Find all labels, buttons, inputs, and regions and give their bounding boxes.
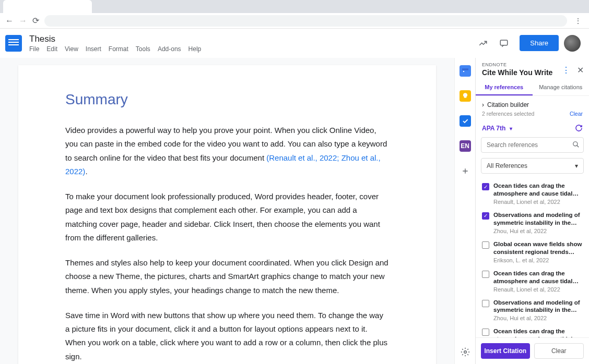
svg-rect-0 [501, 40, 508, 45]
svg-rect-3 [463, 71, 464, 72]
tasks-icon[interactable] [460, 115, 471, 127]
svg-rect-2 [462, 68, 468, 70]
paragraph: Themes and styles also help to keep your… [65, 256, 389, 297]
menu-file[interactable]: File [29, 45, 39, 53]
comment-icon[interactable] [497, 36, 511, 51]
reference-authors: Zhou, Hui et al, 2022 [493, 315, 583, 321]
menubar: FileEditViewInsertFormatToolsAdd-onsHelp [29, 45, 201, 53]
reference-list: ✓Ocean tides can drag the atmosphere and… [476, 177, 589, 337]
app-header: Thesis FileEditViewInsertFormatToolsAdd-… [0, 29, 589, 58]
clear-button[interactable]: Clear [534, 343, 584, 359]
menu-edit[interactable]: Edit [46, 45, 57, 53]
docs-logo-icon[interactable] [5, 35, 22, 52]
panel-tabs: My references Manage citations [476, 80, 589, 96]
reference-authors: Erikson, L. et al, 2022 [493, 257, 583, 263]
menu-insert[interactable]: Insert [86, 45, 101, 53]
add-addon-icon[interactable] [460, 165, 471, 177]
endnote-icon[interactable]: EN [460, 140, 471, 152]
keep-icon[interactable] [460, 90, 471, 102]
clear-selection-link[interactable]: Clear [570, 111, 583, 117]
menu-tools[interactable]: Tools [136, 45, 150, 53]
endnote-panel: ENDNOTE Cite While You Write ⋮ ✕ My refe… [475, 58, 589, 364]
chrome-menu-icon[interactable]: ⋮ [572, 17, 584, 25]
menu-add-ons[interactable]: Add-ons [158, 45, 181, 53]
reference-group-select[interactable]: All References ▾ [481, 158, 584, 174]
side-rail: EN [454, 58, 475, 364]
document-page[interactable]: Summary Video provides a powerful way to… [18, 65, 436, 364]
chevron-right-icon: › [482, 101, 484, 108]
reference-item[interactable]: Global ocean wave fields show consistent… [476, 237, 589, 266]
browser-toolbar: ← → ⟳ ⋮ [0, 13, 589, 29]
paragraph: Video provides a powerful way to help yo… [65, 124, 389, 178]
document-title[interactable]: Thesis [29, 34, 201, 44]
paragraph: Save time in Word with new buttons that … [65, 309, 389, 363]
reference-checkbox[interactable]: ✓ [482, 183, 489, 190]
reference-title: Global ocean wave fields show consistent… [493, 240, 583, 256]
reference-item[interactable]: Ocean tides can drag the atmosphere and … [476, 324, 589, 337]
paragraph: To make your document look professionall… [65, 190, 389, 245]
citation-style-dropdown[interactable]: APA 7th ▾ [482, 125, 512, 132]
browser-tab[interactable] [3, 0, 92, 13]
reference-title: Observations and modeling of symmetric i… [493, 211, 583, 227]
reference-item[interactable]: Ocean tides can drag the atmosphere and … [476, 266, 589, 296]
panel-close-icon[interactable]: ✕ [577, 65, 584, 75]
chevron-down-icon: ▾ [575, 162, 578, 169]
browser-tab-strip [0, 0, 589, 13]
reference-title: Ocean tides can drag the atmosphere and … [493, 182, 583, 198]
insert-citation-button[interactable]: Insert Citation [481, 343, 530, 359]
menu-format[interactable]: Format [109, 45, 128, 53]
citation-builder-toggle[interactable]: › Citation builder [476, 96, 589, 110]
reference-item[interactable]: ✓Observations and modeling of symmetric … [476, 208, 589, 237]
tab-manage-citations[interactable]: Manage citations [533, 80, 590, 95]
reference-checkbox[interactable] [482, 271, 489, 278]
chevron-down-icon: ▾ [510, 126, 512, 131]
selected-count: 2 references selected [482, 111, 534, 117]
reference-title: Observations and modeling of symmetric i… [493, 299, 583, 314]
menu-help[interactable]: Help [189, 45, 202, 53]
panel-more-icon[interactable]: ⋮ [562, 65, 570, 75]
reference-title: Ocean tides can drag the atmosphere and … [493, 327, 583, 337]
svg-point-4 [464, 351, 466, 354]
share-button[interactable]: Share [520, 35, 559, 51]
trends-icon[interactable] [476, 36, 490, 51]
reference-checkbox[interactable] [482, 241, 489, 249]
svg-point-5 [573, 142, 578, 146]
forward-button[interactable]: → [19, 16, 27, 26]
tab-my-references[interactable]: My references [476, 80, 533, 95]
address-input[interactable] [44, 15, 567, 27]
reference-title: Ocean tides can drag the atmosphere and … [493, 270, 583, 285]
reference-checkbox[interactable]: ✓ [482, 212, 489, 220]
avatar[interactable] [564, 35, 581, 52]
settings-icon[interactable] [460, 346, 471, 358]
heading-summary: Summary [65, 91, 389, 108]
calendar-icon[interactable] [460, 65, 471, 77]
reload-button[interactable]: ⟳ [32, 16, 39, 26]
back-button[interactable]: ← [5, 16, 14, 26]
reference-checkbox[interactable] [482, 300, 489, 307]
refresh-icon[interactable] [575, 124, 583, 132]
reference-authors: Zhou, Hui et al, 2022 [493, 228, 583, 234]
search-icon[interactable] [572, 141, 580, 148]
reference-authors: Renault, Lionel et al, 2022 [493, 199, 583, 205]
reference-item[interactable]: Observations and modeling of symmetric i… [476, 296, 589, 325]
reference-checkbox[interactable] [482, 329, 489, 336]
reference-item[interactable]: ✓Ocean tides can drag the atmosphere and… [476, 179, 589, 208]
search-references-input[interactable] [481, 137, 584, 153]
document-canvas[interactable]: Summary Video provides a powerful way to… [0, 58, 454, 364]
reference-authors: Renault, Lionel et al, 2022 [493, 286, 583, 293]
menu-view[interactable]: View [65, 45, 78, 53]
